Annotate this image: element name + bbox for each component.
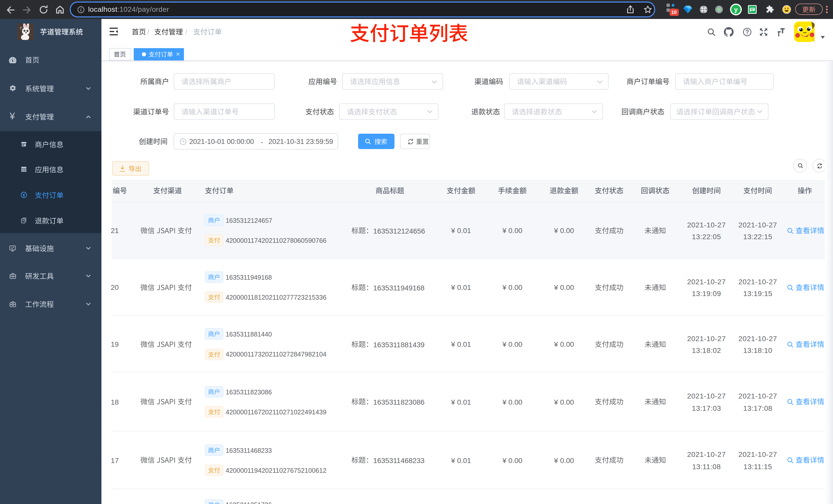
svg-text:y: y	[734, 6, 738, 13]
